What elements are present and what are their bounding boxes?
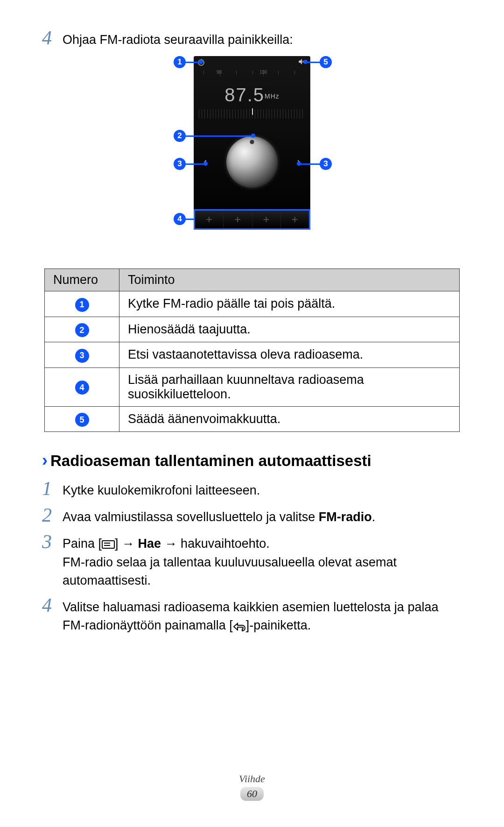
page-footer: Viihde 60 (0, 773, 504, 801)
fm-radio-diagram: 90 100 87.5MHz ‹ › + + + + 1 5 2 3 3 (154, 56, 350, 257)
table-row: 5 Säädä äänenvoimakkuutta. (45, 406, 460, 432)
row-text: Hienosäädä taajuutta. (119, 317, 460, 342)
step-number: 4 (42, 595, 63, 615)
step-4-intro: 4 Ohjaa FM-radiota seuraavilla painikkei… (42, 28, 462, 49)
scale-label-90: 90 (217, 70, 222, 75)
fav-slot: + (281, 211, 309, 228)
table-row: 4 Lisää parhaillaan kuunneltava radioase… (45, 368, 460, 406)
row-text: Säädä äänenvoimakkuutta. (119, 406, 460, 432)
step-text: Ohjaa FM-radiota seuraavilla painikkeill… (63, 28, 462, 49)
callout-3-right: 3 (320, 158, 332, 170)
chevron-right-icon: › (42, 451, 48, 470)
section-heading: › Radioaseman tallentaminen automaattise… (42, 451, 462, 470)
callout-1: 1 (174, 56, 186, 68)
step-text: Paina [] → Hae → hakuvaihtoehto. FM-radi… (63, 532, 462, 589)
frequency-scale: 90 100 (194, 69, 310, 82)
row-text: Lisää parhaillaan kuunneltava radioasema… (119, 368, 460, 406)
step-3: 3 Paina [] → Hae → hakuvaihtoehto. FM-ra… (42, 532, 462, 589)
row-badge: 5 (75, 413, 89, 427)
step-number: 1 (42, 479, 63, 498)
fav-slot: + (252, 211, 281, 228)
row-badge: 1 (75, 298, 89, 312)
frequency-value: 87.5 (224, 85, 265, 105)
footer-category: Viihde (0, 773, 504, 785)
callout-2: 2 (174, 130, 186, 142)
step-1: 1 Kytke kuulokemikrofoni laitteeseen. (42, 479, 462, 500)
table-row: 1 Kytke FM-radio päälle tai pois päältä. (45, 291, 460, 317)
table-row: 2 Hienosäädä taajuutta. (45, 317, 460, 342)
callout-3-left: 3 (174, 158, 186, 170)
back-icon (233, 618, 246, 636)
table-row: 3 Etsi vastaanotettavissa oleva radioase… (45, 342, 460, 368)
row-text: Etsi vastaanotettavissa oleva radioasema… (119, 342, 460, 368)
callout-5: 5 (320, 56, 332, 68)
fine-tune-scale (199, 109, 305, 119)
favourites-bar: + + + + (194, 209, 310, 230)
section-title: Radioaseman tallentaminen automaattisest… (50, 452, 371, 470)
menu-icon (102, 540, 115, 549)
step-text: Kytke kuulokemikrofoni laitteeseen. (63, 479, 462, 500)
fav-slot: + (224, 211, 252, 228)
tuning-dial (226, 136, 278, 188)
row-badge: 2 (75, 323, 89, 337)
th-number: Numero (45, 269, 119, 291)
step-text: Avaa valmiustilassa sovellusluettelo ja … (63, 505, 462, 526)
function-table: Numero Toiminto 1 Kytke FM-radio päälle … (44, 269, 460, 432)
phone-mock: 90 100 87.5MHz ‹ › (194, 56, 310, 229)
step-4: 4 Valitse haluamasi radioasema kaikkien … (42, 595, 462, 636)
callout-4: 4 (174, 213, 186, 225)
frequency-display: 87.5MHz (194, 85, 310, 106)
step-number: 4 (42, 28, 63, 48)
step-text: Valitse haluamasi radioasema kaikkien as… (63, 595, 462, 636)
th-function: Toiminto (119, 269, 460, 291)
page-number: 60 (240, 787, 264, 801)
step-number: 2 (42, 505, 63, 525)
step-number: 3 (42, 532, 63, 551)
fav-slot: + (195, 211, 224, 228)
step-2: 2 Avaa valmiustilassa sovellusluettelo j… (42, 505, 462, 526)
frequency-unit: MHz (265, 92, 280, 100)
row-text: Kytke FM-radio päälle tai pois päältä. (119, 291, 460, 317)
row-badge: 3 (75, 349, 89, 363)
row-badge: 4 (75, 381, 89, 395)
